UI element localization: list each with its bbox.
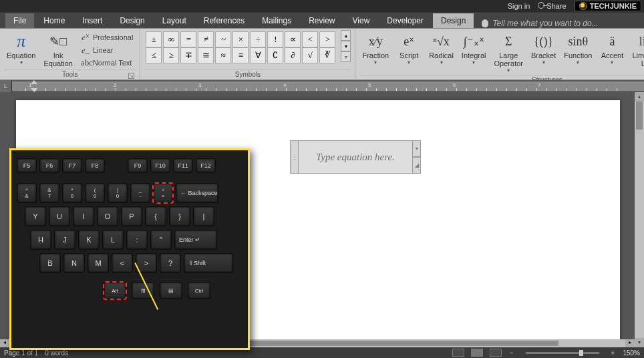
structure-integral[interactable]: ∫⁻ₓˣIntegral▾ — [459, 30, 489, 67]
key-u: U — [49, 206, 70, 226]
key-n: N — [63, 253, 85, 273]
symbol-÷[interactable]: ÷ — [250, 31, 266, 47]
zoom-level[interactable]: 150% — [623, 349, 640, 357]
tab-view[interactable]: View — [345, 13, 378, 28]
status-words[interactable]: 0 words — [45, 349, 68, 357]
structure-fraction[interactable]: x⁄yFraction▾ — [359, 30, 391, 67]
brand-icon — [579, 2, 587, 10]
equation-button[interactable]: π Equation▾ — [4, 30, 38, 67]
bulb-icon — [482, 19, 488, 27]
symbol-≥[interactable]: ≥ — [163, 47, 179, 63]
key-o: O — [97, 206, 118, 226]
view-web[interactable] — [490, 349, 502, 357]
tools-launcher[interactable]: ↘ — [128, 73, 134, 79]
symbol-∞[interactable]: ∞ — [163, 31, 179, 47]
symbol->[interactable]: > — [319, 31, 335, 47]
symbol-≠[interactable]: ≠ — [198, 31, 214, 47]
key-enter: Enter ↵ — [174, 230, 217, 250]
v-thumb[interactable] — [636, 102, 643, 130]
zoom-slider[interactable] — [526, 352, 599, 354]
symbol-∂[interactable]: ∂ — [285, 47, 301, 63]
equation-container[interactable]: ⋮ Type equation here. ▾ ◢ — [290, 140, 421, 174]
share-button[interactable]: Share — [538, 2, 566, 10]
structure-accent[interactable]: äAccent▾ — [597, 30, 627, 67]
key-shift: ⇧Shift — [184, 253, 233, 273]
key-spanclasstopspanspan9span: (9 — [85, 183, 105, 203]
structure-radical[interactable]: ⁿ√xRadical▾ — [426, 30, 456, 67]
symbol-√[interactable]: √ — [302, 47, 318, 63]
symbol-∀[interactable]: ∀ — [250, 47, 266, 63]
tab-home[interactable]: Home — [35, 13, 73, 28]
key-f5: F5 — [17, 158, 37, 173]
key-f7: F7 — [62, 158, 82, 173]
key-spanclasstopspanspanspan: ^& — [17, 183, 37, 203]
status-page[interactable]: Page 1 of 1 — [4, 349, 38, 357]
structure-bracket[interactable]: {()}Bracket▾ — [528, 30, 558, 67]
group-symbols: ±∞=≠~×÷!∝<> ≤≥∓≅≈≡∀∁∂√∛ ▴▾▿ Symbols — [140, 29, 355, 79]
tab-developer[interactable]: Developer — [379, 13, 432, 28]
symbol-∁[interactable]: ∁ — [267, 47, 283, 63]
horizontal-ruler[interactable]: 1234567 — [12, 81, 644, 91]
tab-selector[interactable]: L — [0, 80, 12, 92]
symbol-gallery-scroll[interactable]: ▴▾▿ — [341, 30, 351, 62]
structure-script[interactable]: eˣScript▾ — [394, 30, 424, 67]
tell-me-search[interactable]: Tell me what you want to do... — [475, 19, 639, 28]
symbol-∛[interactable]: ∛ — [319, 47, 335, 63]
tab-mailings[interactable]: Mailings — [254, 13, 299, 28]
key-spanclasstopspanspanspan: _- — [130, 183, 150, 203]
tab-references[interactable]: References — [196, 13, 253, 28]
symbol-≡[interactable]: ≡ — [232, 47, 249, 63]
key-spanclasstopspanspan8span: *8 — [62, 183, 82, 203]
symbol-∝[interactable]: ∝ — [285, 31, 301, 47]
key-spanclasstopspanspan0span: )0 — [108, 183, 128, 203]
ribbon: π Equation▾ ✎□ Ink Equation 𝑒ˣProfession… — [0, 28, 644, 80]
tab-file[interactable]: File — [5, 13, 34, 28]
equation-corner[interactable]: ◢ — [413, 157, 421, 174]
key-: " — [150, 230, 172, 250]
ink-equation-button[interactable]: ✎□ Ink Equation — [41, 30, 75, 69]
structure-limit-and-log[interactable]: limLimit and Log▾ — [629, 30, 644, 75]
equation-handle[interactable]: ⋮ — [290, 140, 298, 174]
key-: } — [169, 206, 190, 226]
equation-menu[interactable]: ▾ — [413, 140, 421, 157]
tab-equation-design[interactable]: Design — [433, 13, 474, 28]
zoom-in[interactable]: + — [610, 349, 617, 357]
professional-button[interactable]: 𝑒ˣProfessional — [78, 31, 136, 43]
linear-button[interactable]: 𝑒_Linear — [78, 44, 136, 56]
symbol-![interactable]: ! — [267, 31, 283, 47]
symbol-×[interactable]: × — [232, 31, 249, 47]
view-read[interactable] — [452, 349, 464, 357]
symbol-±[interactable]: ± — [146, 31, 162, 47]
equation-placeholder: Type equation here. — [316, 152, 395, 163]
symbol-=[interactable]: = — [180, 31, 196, 47]
tab-insert[interactable]: Insert — [74, 13, 110, 28]
symbol-≈[interactable]: ≈ — [215, 47, 231, 63]
vertical-scrollbar[interactable]: ▴ ▾ — [635, 92, 644, 347]
tab-review[interactable]: Review — [301, 13, 343, 28]
symbol-≅[interactable]: ≅ — [198, 47, 214, 63]
key-spanclasstopspanspan7span: &7 — [39, 183, 59, 203]
normal-text-button[interactable]: abcNormal Text — [78, 57, 136, 69]
zoom-out[interactable]: − — [508, 349, 515, 357]
group-structures: x⁄yFraction▾eˣScript▾ⁿ√xRadical▾∫⁻ₓˣInte… — [355, 29, 644, 79]
view-print[interactable] — [471, 349, 483, 357]
sign-in-link[interactable]: Sign in — [508, 2, 530, 10]
tab-layout[interactable]: Layout — [154, 13, 194, 28]
key-i: I — [73, 206, 94, 226]
group-tools: π Equation▾ ✎□ Ink Equation 𝑒ˣProfession… — [0, 29, 140, 79]
symbol-∓[interactable]: ∓ — [180, 47, 196, 63]
key-b: B — [39, 253, 61, 273]
key-y: Y — [25, 206, 46, 226]
structure-function[interactable]: sinθFunction▾ — [561, 30, 595, 67]
watermark-brand: TECHJUNKIE — [575, 1, 641, 11]
equation-content-box[interactable]: Type equation here. — [298, 140, 413, 174]
symbol-~[interactable]: ~ — [215, 31, 231, 47]
key-f10: F10 — [150, 158, 170, 173]
key-f9: F9 — [128, 158, 148, 173]
symbol-<[interactable]: < — [302, 31, 318, 47]
key-f12: F12 — [196, 158, 216, 173]
symbol-≤[interactable]: ≤ — [146, 47, 162, 63]
key-: ? — [160, 253, 181, 273]
tab-design[interactable]: Design — [112, 13, 152, 28]
structure-large-operator[interactable]: ΣLarge Operator▾ — [492, 30, 526, 75]
